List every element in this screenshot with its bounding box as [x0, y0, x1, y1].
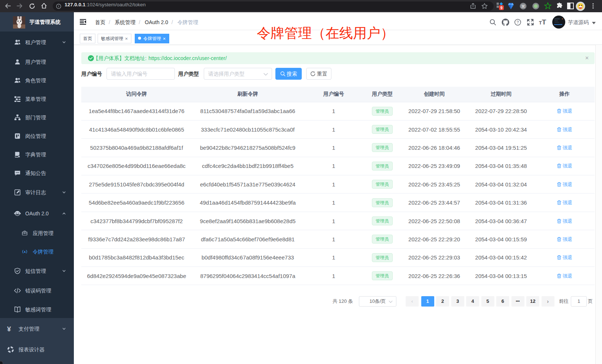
svg-text:A: A — [24, 251, 26, 254]
svg-text:9: 9 — [500, 6, 503, 10]
svg-text:⌘: ⌘ — [521, 4, 525, 9]
svg-text:?: ? — [517, 20, 519, 24]
svg-text:T: T — [539, 20, 542, 26]
svg-text:T: T — [542, 19, 546, 26]
